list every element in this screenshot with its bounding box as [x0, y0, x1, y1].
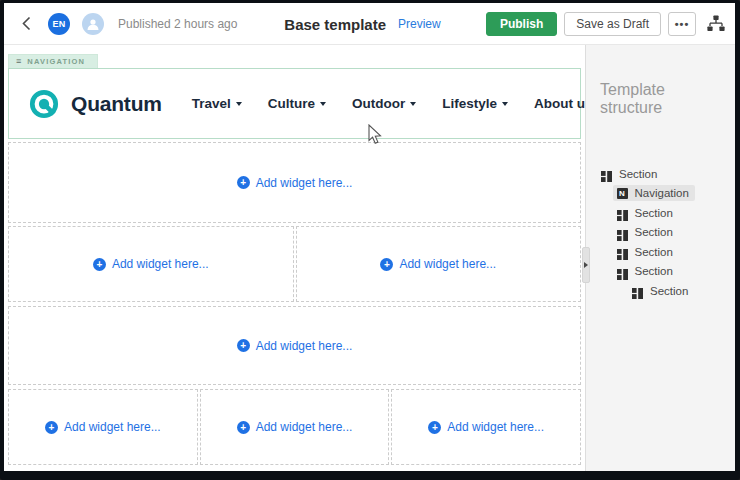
chevron-down-icon	[502, 102, 508, 106]
nav-menu-item-travel[interactable]: Travel	[192, 96, 242, 111]
tree-item-label: Section	[619, 168, 657, 180]
chevron-left-icon	[22, 16, 31, 31]
section-icon	[632, 285, 643, 296]
add-widget-link[interactable]: +Add widget here...	[237, 420, 353, 434]
nav-item-label: About us	[534, 96, 593, 111]
app-window: EN Published 2 hours ago Base template P…	[0, 0, 740, 480]
chevron-down-icon	[236, 102, 242, 106]
plus-icon: +	[93, 258, 106, 271]
tree-item-section-3[interactable]: Section	[600, 225, 727, 240]
plus-icon: +	[380, 258, 393, 271]
tree-item-label: Section	[635, 226, 673, 238]
chevron-right-icon	[584, 262, 588, 268]
widget-zone-cell: +Add widget here...	[296, 226, 582, 302]
add-widget-label: Add widget here...	[256, 420, 353, 434]
add-widget-label: Add widget here...	[64, 420, 161, 434]
section-icon	[617, 227, 628, 238]
user-icon	[86, 17, 100, 31]
nav-menu-item-outdoor[interactable]: Outdoor	[352, 96, 416, 111]
plus-icon: +	[428, 421, 441, 434]
widget-zone-cell: +Add widget here...	[8, 389, 198, 465]
tree-item-section-5[interactable]: Section	[600, 264, 727, 279]
tree-item-section-4[interactable]: Section	[600, 244, 727, 259]
back-button[interactable]	[16, 14, 36, 34]
template-structure-panel: Template structure SectionNNavigationSec…	[585, 45, 735, 471]
tree-item-label: Section	[635, 265, 673, 277]
language-badge[interactable]: EN	[48, 13, 70, 35]
panel-collapse-handle[interactable]	[582, 247, 590, 283]
add-widget-link[interactable]: +Add widget here...	[428, 420, 544, 434]
add-widget-label: Add widget here...	[447, 420, 544, 434]
widget-zone-2: +Add widget here... +Add widget here...	[8, 226, 581, 302]
tree-item-label: Section	[635, 207, 673, 219]
top-bar-center: Base template Preview	[284, 3, 440, 45]
nav-item-label: Outdoor	[352, 96, 405, 111]
main-area: ≡ NAVIGATION Quantum Travel Culture Outd…	[4, 45, 735, 471]
drag-handle-icon: ≡	[16, 56, 21, 66]
widget-zone-cell: +Add widget here...	[200, 389, 390, 465]
nav-item-label: Culture	[268, 96, 315, 111]
plus-icon: +	[237, 176, 250, 189]
nav-menu-item-culture[interactable]: Culture	[268, 96, 326, 111]
tree-item-label: Section	[635, 246, 673, 258]
plus-icon: +	[45, 421, 58, 434]
nav-item-label: Travel	[192, 96, 231, 111]
page-builder-canvas: ≡ NAVIGATION Quantum Travel Culture Outd…	[4, 45, 585, 471]
structure-tree: SectionNNavigationSectionSectionSectionS…	[600, 166, 727, 298]
add-widget-link[interactable]: +Add widget here...	[380, 257, 496, 271]
section-icon	[617, 246, 628, 257]
avatar[interactable]	[82, 13, 104, 35]
add-widget-label: Add widget here...	[256, 339, 353, 353]
widget-zone-4: +Add widget here... +Add widget here... …	[8, 389, 581, 465]
save-as-draft-button[interactable]: Save as Draft	[564, 12, 661, 36]
widget-tab-label: NAVIGATION	[27, 57, 85, 66]
section-icon	[601, 168, 612, 179]
navigation-widget: Quantum Travel Culture Outdoor Lifestyle…	[8, 68, 581, 139]
nav-item-label: Lifestyle	[442, 96, 497, 111]
widget-zone-1: +Add widget here...	[8, 142, 581, 223]
quantum-logo-icon	[29, 89, 59, 119]
add-widget-link[interactable]: +Add widget here...	[45, 420, 161, 434]
tree-item-label: Section	[650, 285, 688, 297]
more-options-button[interactable]: •••	[668, 12, 696, 36]
preview-link[interactable]: Preview	[398, 17, 441, 31]
add-widget-label: Add widget here...	[256, 176, 353, 190]
published-status: Published 2 hours ago	[118, 17, 237, 31]
tree-item-section-6[interactable]: Section	[600, 283, 727, 298]
add-widget-label: Add widget here...	[399, 257, 496, 271]
nav-menu: Travel Culture Outdoor Lifestyle About u…	[192, 96, 604, 111]
plus-icon: +	[237, 421, 250, 434]
add-widget-label: Add widget here...	[112, 257, 209, 271]
add-widget-link[interactable]: +Add widget here...	[237, 176, 353, 190]
widget-zone-cell: +Add widget here...	[8, 226, 294, 302]
tree-item-navigation-1[interactable]: NNavigation	[600, 186, 727, 201]
tree-item-label: Navigation	[635, 187, 689, 199]
top-bar-left: EN Published 2 hours ago	[4, 13, 237, 35]
top-bar-right: Publish Save as Draft •••	[486, 12, 735, 36]
navigation-icon: N	[617, 188, 628, 199]
section-icon	[617, 266, 628, 277]
tree-item-section-0[interactable]: Section	[600, 166, 727, 181]
tree-item-section-2[interactable]: Section	[600, 205, 727, 220]
brand: Quantum	[29, 89, 162, 119]
widget-zone-cell: +Add widget here...	[391, 389, 581, 465]
sitemap-icon	[707, 15, 725, 32]
add-widget-link[interactable]: +Add widget here...	[237, 339, 353, 353]
add-widget-link[interactable]: +Add widget here...	[93, 257, 209, 271]
chevron-down-icon	[320, 102, 326, 106]
chevron-down-icon	[410, 102, 416, 106]
template-structure-toggle[interactable]	[706, 14, 726, 34]
plus-icon: +	[237, 339, 250, 352]
navigation-widget-tab[interactable]: ≡ NAVIGATION	[8, 54, 98, 68]
page-title: Base template	[284, 16, 386, 33]
brand-name: Quantum	[71, 92, 162, 116]
top-bar: EN Published 2 hours ago Base template P…	[4, 3, 735, 45]
panel-title: Template structure	[600, 81, 727, 117]
section-icon	[617, 207, 628, 218]
publish-button[interactable]: Publish	[486, 12, 557, 36]
widget-zone-3: +Add widget here...	[8, 306, 581, 385]
nav-menu-item-lifestyle[interactable]: Lifestyle	[442, 96, 508, 111]
